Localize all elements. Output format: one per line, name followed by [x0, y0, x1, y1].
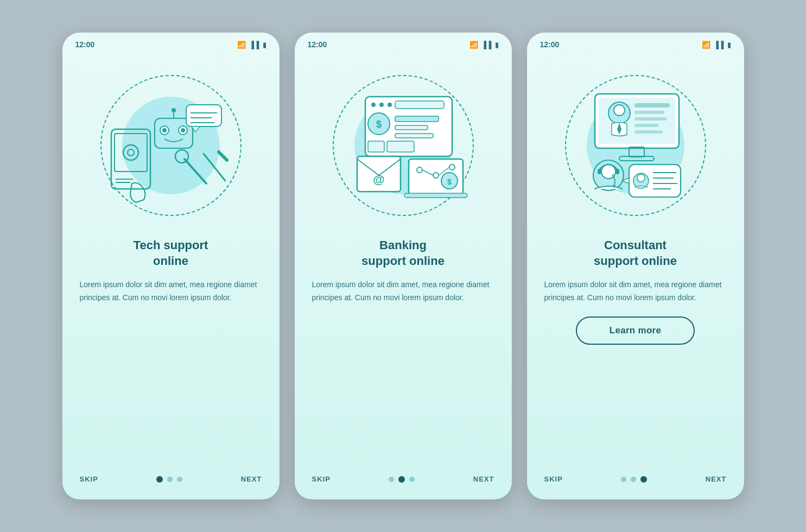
signal-icon-3: ▐▐	[714, 41, 724, 49]
svg-text:@: @	[373, 173, 384, 186]
svg-line-20	[204, 154, 225, 181]
dot-1-tech	[156, 476, 163, 483]
svg-rect-30	[395, 125, 428, 130]
tech-svg	[100, 75, 242, 216]
illustration-tech	[62, 59, 280, 232]
svg-point-25	[388, 103, 392, 107]
dot-2-tech	[167, 477, 173, 482]
status-bar-2: 12:00 📶 ▐▐ ▮	[295, 33, 512, 53]
screens-container: 12:00 📶 ▐▐ ▮	[62, 33, 744, 499]
consultant-svg	[565, 75, 706, 216]
dot-2-banking	[398, 476, 405, 483]
svg-point-24	[379, 103, 384, 107]
svg-rect-26	[395, 101, 444, 109]
dot-1-consultant	[621, 477, 626, 482]
status-icons-2: 📶 ▐▐ ▮	[469, 41, 498, 49]
svg-rect-29	[395, 116, 439, 122]
status-icons-1: 📶 ▐▐ ▮	[237, 41, 266, 49]
svg-point-10	[181, 128, 185, 132]
card-title-consultant: Consultant support online	[544, 238, 727, 269]
card-content-tech: Tech support online Lorem ipsum dolor si…	[62, 238, 280, 462]
svg-rect-59	[598, 169, 601, 174]
svg-rect-56	[634, 130, 663, 134]
status-time-3: 12:00	[540, 40, 560, 49]
phone-card-consultant: 12:00 📶 ▐▐ ▮	[527, 33, 744, 499]
svg-text:$: $	[447, 178, 452, 186]
svg-rect-60	[615, 169, 619, 174]
dot-2-consultant	[631, 477, 636, 482]
svg-rect-31	[395, 134, 433, 138]
svg-text:$: $	[376, 119, 381, 130]
card-description-tech: Lorem ipsum dolor sit dim amet, mea regi…	[80, 278, 262, 305]
svg-rect-52	[634, 103, 670, 107]
svg-point-65	[637, 174, 645, 182]
card-title-tech: Tech support online	[80, 238, 262, 269]
wifi-icon-3: 📶	[702, 41, 710, 49]
svg-rect-55	[634, 124, 659, 127]
svg-rect-37	[404, 193, 467, 198]
nav-dots-banking	[389, 476, 415, 483]
learn-more-button[interactable]: Learn more	[576, 316, 695, 345]
svg-rect-54	[634, 117, 667, 121]
next-button-tech[interactable]: NEXT	[241, 475, 262, 483]
dot-3-consultant	[640, 476, 647, 483]
svg-point-3	[128, 149, 134, 156]
svg-line-21	[219, 152, 227, 160]
nav-dots-tech	[156, 476, 182, 483]
status-bar-3: 12:00 📶 ▐▐ ▮	[527, 33, 744, 53]
skip-button-tech[interactable]: SKIP	[80, 475, 98, 483]
card-content-banking: Banking support online Lorem ipsum dolor…	[295, 238, 512, 462]
svg-line-18	[185, 159, 206, 183]
status-time-2: 12:00	[308, 40, 327, 49]
phone-card-banking: 12:00 📶 ▐▐ ▮ $	[295, 33, 512, 499]
svg-point-23	[371, 103, 376, 107]
signal-icon-1: ▐▐	[249, 41, 259, 49]
next-button-consultant[interactable]: NEXT	[706, 475, 727, 483]
skip-button-consultant[interactable]: SKIP	[544, 475, 563, 483]
card-title-banking: Banking support online	[312, 238, 494, 269]
card-nav-consultant: SKIP NEXT	[527, 462, 744, 499]
skip-button-banking[interactable]: SKIP	[312, 475, 331, 483]
svg-rect-53	[634, 111, 664, 114]
illustration-consultant	[527, 59, 744, 232]
battery-icon-3: ▮	[727, 41, 731, 49]
next-button-banking[interactable]: NEXT	[473, 475, 494, 483]
banking-svg: $ @	[333, 75, 474, 216]
signal-icon-2: ▐▐	[481, 41, 491, 49]
phone-card-tech: 12:00 📶 ▐▐ ▮	[62, 33, 280, 499]
svg-point-2	[123, 145, 138, 160]
svg-point-19	[175, 150, 188, 163]
status-bar-1: 12:00 📶 ▐▐ ▮	[62, 33, 280, 53]
card-nav-tech: SKIP NEXT	[62, 462, 280, 499]
svg-point-9	[162, 128, 167, 132]
svg-rect-33	[387, 141, 414, 152]
svg-point-50	[614, 105, 625, 116]
nav-dots-consultant	[621, 476, 647, 483]
card-nav-banking: SKIP NEXT	[295, 462, 512, 499]
svg-rect-1	[115, 134, 147, 172]
illustration-banking: $ @	[295, 59, 512, 232]
status-time-1: 12:00	[75, 40, 95, 49]
svg-rect-0	[111, 129, 150, 189]
card-description-consultant: Lorem ipsum dolor sit dim amet, mea regi…	[544, 278, 727, 305]
battery-icon-2: ▮	[495, 41, 499, 49]
dot-3-banking	[409, 477, 415, 482]
card-description-banking: Lorem ipsum dolor sit dim amet, mea regi…	[312, 278, 494, 305]
dot-1-banking	[389, 477, 394, 482]
wifi-icon-2: 📶	[469, 41, 478, 49]
svg-rect-32	[368, 141, 384, 152]
svg-point-12	[172, 108, 176, 112]
card-content-consultant: Consultant support online Lorem ipsum do…	[527, 238, 744, 462]
dot-3-tech	[177, 477, 182, 482]
status-icons-3: 📶 ▐▐ ▮	[702, 41, 731, 49]
wifi-icon-1: 📶	[237, 41, 246, 49]
battery-icon-1: ▮	[263, 41, 266, 49]
